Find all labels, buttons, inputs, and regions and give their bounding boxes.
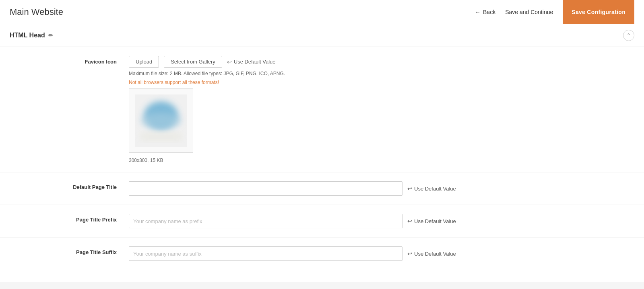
page-title-suffix-use-default-button[interactable]: ↩ Use Default Value xyxy=(407,250,456,257)
default-page-title-label: Default Page Title xyxy=(0,181,129,190)
chevron-up-icon: ⌃ xyxy=(627,33,631,38)
undo-icon: ↩ xyxy=(227,59,232,65)
page-title-suffix-input-row: ↩ Use Default Value xyxy=(129,246,634,261)
undo-icon-2: ↩ xyxy=(407,185,412,192)
header-actions: ← Back Save and Continue Save Configurat… xyxy=(475,0,634,24)
save-configuration-button[interactable]: Save Configuration xyxy=(563,0,634,24)
default-page-title-row: Default Page Title ↩ Use Default Value xyxy=(0,172,644,205)
default-page-title-input-row: ↩ Use Default Value xyxy=(129,181,634,196)
page-title-prefix-row: Page Title Prefix ↩ Use Default Value xyxy=(0,205,644,238)
page-title-suffix-input[interactable] xyxy=(129,246,402,261)
page-title-prefix-input-row: ↩ Use Default Value xyxy=(129,214,634,228)
favicon-browser-warning: Not all browsers support all these forma… xyxy=(129,80,634,85)
section-title-text: HTML Head xyxy=(10,32,45,39)
page-title-prefix-label: Page Title Prefix xyxy=(0,214,129,223)
svg-point-2 xyxy=(141,113,181,129)
default-page-title-controls: ↩ Use Default Value xyxy=(129,181,634,196)
page-title-prefix-input[interactable] xyxy=(129,214,402,228)
favicon-image xyxy=(135,94,187,147)
undo-icon-4: ↩ xyxy=(407,250,412,257)
back-arrow-icon: ← xyxy=(475,9,481,15)
default-page-title-input[interactable] xyxy=(129,181,402,196)
page-title-suffix-label: Page Title Suffix xyxy=(0,246,129,255)
content-area: Favicon Icon Upload Select from Gallery … xyxy=(0,47,644,282)
favicon-use-default-button[interactable]: ↩ Use Default Value xyxy=(227,59,276,65)
section-header: HTML Head ✏ ⌃ xyxy=(0,24,644,47)
favicon-button-row: Upload Select from Gallery ↩ Use Default… xyxy=(129,56,634,68)
page-title-prefix-use-default-button[interactable]: ↩ Use Default Value xyxy=(407,218,456,224)
section-title-row: HTML Head ✏ xyxy=(10,32,53,39)
save-continue-button[interactable]: Save and Continue xyxy=(505,6,553,18)
favicon-controls: Upload Select from Gallery ↩ Use Default… xyxy=(129,56,634,163)
default-page-title-use-default-button[interactable]: ↩ Use Default Value xyxy=(407,185,456,192)
favicon-label: Favicon Icon xyxy=(0,56,129,65)
image-size-label: 300x300, 15 KB xyxy=(129,158,634,163)
svg-rect-3 xyxy=(141,133,181,141)
header: Main Website ← Back Save and Continue Sa… xyxy=(0,0,644,24)
favicon-file-info: Maximum file size: 2 MB. Allowed file ty… xyxy=(129,71,634,76)
favicon-image-preview xyxy=(129,88,193,153)
back-button[interactable]: ← Back xyxy=(475,9,495,15)
select-gallery-button[interactable]: Select from Gallery xyxy=(164,56,222,68)
page-title-suffix-controls: ↩ Use Default Value xyxy=(129,246,634,261)
page-title-prefix-controls: ↩ Use Default Value xyxy=(129,214,634,228)
page-title: Main Website xyxy=(10,7,475,17)
page-title-suffix-row: Page Title Suffix ↩ Use Default Value xyxy=(0,238,644,270)
undo-icon-3: ↩ xyxy=(407,218,412,224)
upload-button[interactable]: Upload xyxy=(129,56,159,68)
favicon-row: Favicon Icon Upload Select from Gallery … xyxy=(0,47,644,172)
edit-icon[interactable]: ✏ xyxy=(48,32,53,39)
collapse-button[interactable]: ⌃ xyxy=(623,30,634,41)
